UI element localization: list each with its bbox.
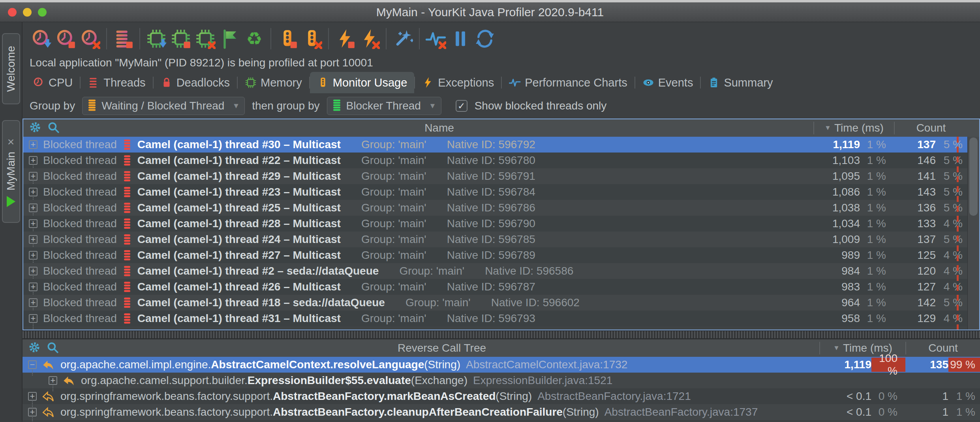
memory-stop-icon[interactable] (169, 26, 193, 51)
expand-icon[interactable]: + (29, 251, 38, 260)
thread-row[interactable]: +Blocked threadCamel (camel-1) thread #2… (23, 279, 979, 295)
tab-cpu[interactable]: CPU (26, 72, 80, 93)
cpu-capture-icon[interactable] (29, 26, 53, 51)
gear-icon[interactable] (28, 341, 41, 355)
monitors-stop-icon[interactable] (275, 26, 300, 51)
tab-events[interactable]: Events (635, 72, 700, 93)
call-tree-header: Reverse Call Tree ▼ Time (ms) Count (23, 339, 980, 357)
toolbar-separator (106, 28, 107, 49)
time-column-header[interactable]: ▼ Time (ms) (813, 122, 894, 134)
close-session-icon[interactable]: × (8, 136, 15, 148)
telemetry-clear-icon[interactable] (424, 26, 448, 51)
sidebar-tab-mymain[interactable]: × MyMain (2, 120, 20, 223)
thread-name: Camel (camel-1) thread #22 – Multicast (137, 154, 341, 167)
tab-summary[interactable]: Summary (701, 72, 780, 93)
call-tree-row[interactable]: +org.springframework.beans.factory.suppo… (23, 388, 980, 404)
expand-icon[interactable]: + (29, 203, 38, 212)
thread-table-rows: +Blocked threadCamel (camel-1) thread #3… (23, 137, 979, 330)
tab-performance-charts[interactable]: Performance Charts (502, 72, 635, 93)
show-blocked-threads-checkbox[interactable]: ✓ (456, 100, 467, 112)
expand-icon[interactable]: + (29, 156, 38, 165)
threshold-marker-line (957, 137, 959, 330)
panel-splitter[interactable] (23, 330, 980, 339)
vertical-scrollbar[interactable] (967, 137, 979, 330)
sort-descending-icon: ▼ (833, 344, 840, 352)
expand-icon[interactable]: + (29, 314, 38, 323)
pause-icon[interactable] (448, 26, 473, 51)
thread-row[interactable]: +Blocked threadCamel (camel-1) thread #2… (23, 168, 979, 184)
exceptions-clear-icon[interactable] (357, 26, 382, 51)
flag-icon[interactable] (218, 26, 242, 51)
tab-monitor-usage[interactable]: Monitor Usage (310, 72, 415, 93)
thread-row[interactable]: +Blocked threadCamel (camel-1) thread #2… (23, 153, 979, 168)
tab-memory[interactable]: Memory (238, 72, 309, 93)
sidebar-tab-welcome[interactable]: Welcome (2, 33, 20, 104)
call-tree-row[interactable]: +org.apache.camel.support.builder.Expres… (23, 373, 980, 388)
cpu-clear-icon[interactable] (78, 26, 102, 51)
expand-icon[interactable]: + (29, 172, 38, 181)
expand-icon[interactable]: + (28, 392, 37, 401)
tab-exceptions[interactable]: Exceptions (415, 72, 501, 93)
refresh-icon[interactable] (473, 26, 497, 51)
group-by-dropdown[interactable]: Waiting / Blocked Thread ▼ (82, 97, 245, 115)
expand-icon[interactable]: + (28, 408, 37, 416)
memory-clear-icon[interactable] (193, 26, 218, 51)
expand-icon[interactable]: + (29, 235, 38, 244)
expand-icon[interactable]: + (29, 140, 38, 149)
count-column-header[interactable]: Count (894, 122, 967, 134)
exceptions-stop-icon[interactable] (333, 26, 357, 51)
expand-icon[interactable]: − (28, 360, 37, 369)
thread-row[interactable]: +Blocked threadCamel (camel-1) thread #2… (23, 247, 979, 263)
tab-threads[interactable]: Threads (81, 72, 152, 93)
time-percent: 1 % (860, 202, 894, 214)
method-name: AbstractBeanFactory.markBeanAsCreated (273, 390, 496, 402)
thread-native-id: Native ID: 596780 (447, 154, 535, 167)
inspections-wand-icon[interactable] (390, 26, 415, 51)
time-value: 1,038 (813, 202, 860, 214)
source-location: ExpressionBuilder.java:1521 (473, 374, 612, 386)
expand-icon[interactable]: + (29, 298, 38, 307)
thread-state-label: Blocked thread (43, 217, 117, 230)
method-args: (String) (424, 358, 460, 371)
expand-icon[interactable]: + (29, 188, 38, 196)
count-percent: 1 % (948, 390, 980, 403)
search-icon[interactable] (46, 341, 59, 355)
call-tree-row[interactable]: +org.springframework.beans.factory.suppo… (23, 404, 980, 420)
thread-row[interactable]: +Blocked threadCamel (camel-1) thread #2… (23, 263, 979, 279)
thread-row[interactable]: +Blocked threadCamel (camel-1) thread #2… (23, 200, 979, 216)
expand-icon[interactable]: + (29, 219, 38, 228)
tab-deadlocks[interactable]: Deadlocks (154, 72, 237, 93)
count-percent: 4 % (936, 312, 967, 325)
thread-row[interactable]: +Blocked threadCamel (camel-1) thread #2… (23, 232, 979, 247)
search-icon[interactable] (47, 121, 60, 135)
monitors-clear-icon[interactable] (300, 26, 324, 51)
thread-row[interactable]: +Blocked threadCamel (camel-1) thread #2… (23, 184, 979, 200)
thread-row[interactable]: +Blocked threadCamel (camel-1) thread #1… (23, 295, 979, 311)
thread-row[interactable]: +Blocked threadCamel (camel-1) thread #2… (23, 216, 979, 232)
source-location: AbstractBeanFactory.java:1721 (537, 390, 691, 402)
thread-group: Group: 'main' (361, 281, 426, 293)
thread-row[interactable]: +Blocked threadCamel (camel-1) thread #3… (23, 137, 979, 153)
threads-stop-icon[interactable] (111, 26, 135, 51)
count-percent: 5 % (936, 138, 967, 151)
blocked-thread-icon (122, 218, 132, 230)
count-column-header[interactable]: Count (905, 342, 980, 354)
expand-icon[interactable]: + (29, 283, 38, 291)
then-group-by-dropdown[interactable]: Blocker Thread ▼ (327, 97, 441, 115)
thread-group: Group: 'main' (361, 217, 426, 230)
force-gc-icon[interactable]: ♻ (242, 26, 267, 51)
scrollbar-thumb[interactable] (969, 138, 978, 216)
call-tree-row[interactable]: −org.apache.camel.impl.engine.AbstractCa… (23, 357, 980, 373)
expand-icon[interactable]: + (29, 267, 38, 275)
thread-state-label: Blocked thread (43, 233, 117, 246)
thread-state-label: Blocked thread (43, 296, 117, 309)
count-percent: 5 % (936, 170, 967, 183)
time-value: 958 (813, 312, 860, 325)
expand-icon[interactable]: + (49, 376, 57, 385)
thread-row[interactable]: +Blocked threadCamel (camel-1) thread #3… (23, 311, 979, 326)
memory-capture-icon[interactable] (144, 26, 169, 51)
gear-icon[interactable] (29, 121, 41, 135)
cpu-stop-icon[interactable] (53, 26, 78, 51)
thread-state-label: Blocked thread (43, 281, 117, 293)
name-column-header[interactable]: Name (65, 122, 813, 134)
